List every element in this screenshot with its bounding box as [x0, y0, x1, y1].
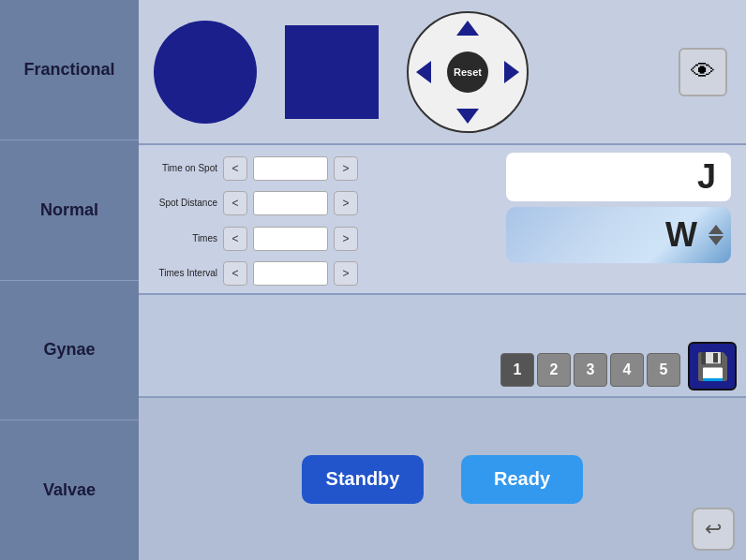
ready-button[interactable]: Ready	[461, 455, 583, 504]
save-button[interactable]: 💾	[688, 342, 737, 391]
main-content: Reset 👁 Time on Spot < > Spot Distance <…	[139, 0, 746, 560]
eye-button[interactable]: 👁	[679, 48, 727, 96]
back-button[interactable]: ↩	[692, 508, 735, 551]
sidebar-item-normal[interactable]: Normal	[0, 140, 139, 281]
times-interval-label: Times Interval	[154, 268, 217, 279]
spot-distance-increment[interactable]: >	[334, 191, 358, 215]
back-icon: ↩	[705, 517, 722, 541]
sidebar-label-valvae: Valvae	[43, 480, 96, 500]
time-on-spot-decrement[interactable]: <	[223, 156, 247, 181]
times-label: Times	[154, 233, 217, 244]
dpad-left-arrow[interactable]	[416, 61, 431, 83]
num-btn-4[interactable]: 4	[610, 353, 644, 387]
dpad-outer: Reset	[407, 11, 529, 133]
save-icon: 💾	[696, 351, 729, 382]
square-shape[interactable]	[285, 25, 379, 119]
times-input[interactable]	[253, 227, 328, 251]
sidebar-item-fractional[interactable]: Franctional	[0, 0, 139, 140]
number-row: 1 2 3 4 5	[500, 353, 680, 387]
time-on-spot-label: Time on Spot	[154, 163, 217, 174]
circle-shape[interactable]	[154, 21, 257, 124]
times-interval-input[interactable]	[253, 261, 328, 286]
sidebar-item-valvae[interactable]: Valvae	[0, 420, 139, 560]
num-btn-2[interactable]: 2	[537, 353, 571, 387]
spot-distance-input[interactable]	[253, 191, 328, 215]
spot-distance-decrement[interactable]: <	[223, 191, 247, 215]
w-value: W	[665, 215, 697, 255]
num-btn-1[interactable]: 1	[500, 353, 534, 387]
section-normal: Time on Spot < > Spot Distance < > Times…	[139, 145, 746, 295]
standby-button[interactable]: Standby	[302, 455, 424, 504]
sidebar-item-gynae[interactable]: Gynae	[0, 281, 139, 421]
dpad-up-arrow[interactable]	[456, 21, 479, 36]
section-gynae: 1 2 3 4 5 💾	[139, 295, 746, 398]
w-arrows	[709, 225, 724, 245]
times-decrement[interactable]: <	[223, 227, 247, 251]
j-value: J	[697, 157, 716, 197]
normal-right-panel: J W	[506, 153, 731, 288]
spot-distance-label: Spot Distance	[154, 198, 217, 209]
num-btn-5[interactable]: 5	[647, 353, 680, 387]
dpad-reset-button[interactable]: Reset	[447, 52, 488, 93]
w-display: W	[506, 207, 731, 263]
times-increment[interactable]: >	[334, 227, 358, 251]
section-fractional: Reset 👁	[139, 0, 746, 145]
time-on-spot-increment[interactable]: >	[334, 156, 358, 181]
times-interval-decrement[interactable]: <	[223, 261, 247, 286]
num-btn-3[interactable]: 3	[574, 353, 607, 387]
dpad-container: Reset	[407, 11, 529, 133]
time-on-spot-input[interactable]	[253, 156, 328, 181]
j-display: J	[506, 153, 731, 201]
eye-icon: 👁	[691, 57, 715, 86]
w-increment-arrow[interactable]	[709, 225, 724, 234]
gynae-times-row	[154, 301, 731, 332]
sidebar-label-normal: Normal	[40, 200, 98, 220]
sidebar-label-fractional: Franctional	[23, 60, 114, 80]
dpad-down-arrow[interactable]	[456, 109, 479, 124]
sidebar-label-gynae: Gynae	[43, 340, 95, 360]
section-valvae: Standby Ready ↩	[139, 398, 746, 560]
w-decrement-arrow[interactable]	[709, 236, 724, 245]
times-interval-increment[interactable]: >	[334, 261, 358, 286]
dpad-right-arrow[interactable]	[504, 61, 519, 83]
sidebar: Franctional Normal Gynae Valvae	[0, 0, 139, 560]
